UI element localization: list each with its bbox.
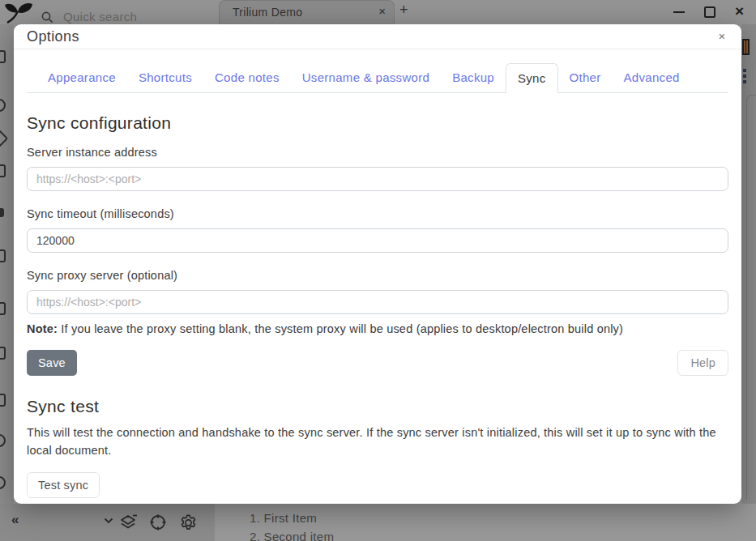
help-button[interactable]: Help bbox=[677, 350, 728, 376]
options-tab-bar: Appearance Shortcuts Code notes Username… bbox=[27, 63, 728, 93]
tab-backup[interactable]: Backup bbox=[441, 63, 506, 92]
sync-options-panel: Sync configuration Server instance addre… bbox=[14, 113, 741, 498]
quick-search-input[interactable]: Quick search bbox=[63, 10, 137, 23]
window-minimize-button[interactable] bbox=[673, 11, 685, 13]
tab-code-notes[interactable]: Code notes bbox=[203, 63, 291, 92]
chevron-down-icon[interactable] bbox=[104, 518, 113, 524]
sync-test-heading: Sync test bbox=[27, 396, 728, 416]
launcher-icon-fragment bbox=[0, 302, 6, 315]
collapse-subtree-icon[interactable] bbox=[119, 513, 139, 531]
note-label: Note: bbox=[27, 322, 58, 335]
sync-timeout-label: Sync timeout (milliseconds) bbox=[27, 207, 728, 221]
launcher-icon-fragment bbox=[0, 50, 6, 63]
right-pane-partial bbox=[741, 24, 756, 504]
proxy-note: Note: If you leave the proxy setting bla… bbox=[27, 322, 728, 336]
tab-advanced[interactable]: Advanced bbox=[613, 63, 691, 92]
trilium-logo-icon bbox=[4, 2, 35, 23]
scroll-to-active-note-icon[interactable] bbox=[149, 513, 167, 531]
app-tab-trilium-demo[interactable]: Trilium Demo × bbox=[219, 0, 395, 24]
window-close-button[interactable]: × bbox=[735, 2, 744, 20]
proxy-server-input[interactable] bbox=[27, 290, 728, 314]
sync-test-description: This will test the connection and handsh… bbox=[27, 424, 728, 459]
list-item: 2. Second item bbox=[250, 527, 334, 541]
launcher-icon-fragment bbox=[0, 208, 4, 217]
collapse-tree-icon[interactable]: « bbox=[11, 512, 19, 528]
sync-config-actions: Save Help bbox=[27, 350, 728, 376]
launcher-sidebar-partial bbox=[0, 24, 14, 504]
app-tab-label: Trilium Demo bbox=[233, 6, 302, 19]
note-content-list: 1. First Item 2. Second item bbox=[250, 509, 334, 541]
sync-timeout-input[interactable] bbox=[27, 228, 728, 253]
launcher-icon-fragment bbox=[0, 434, 6, 447]
launcher-icon-fragment bbox=[0, 347, 6, 360]
detail-panel-border bbox=[746, 95, 756, 500]
save-button[interactable]: Save bbox=[27, 350, 77, 376]
launcher-icon-fragment bbox=[0, 394, 6, 407]
dialog-close-icon[interactable]: × bbox=[715, 30, 728, 43]
list-item: 1. First Item bbox=[250, 509, 334, 527]
proxy-server-label: Sync proxy server (optional) bbox=[27, 269, 728, 283]
test-sync-button[interactable]: Test sync bbox=[27, 472, 100, 498]
launcher-icon-fragment bbox=[0, 476, 6, 489]
options-dialog-header: Options × bbox=[14, 24, 741, 49]
options-dialog: Options × Appearance Shortcuts Code note… bbox=[14, 24, 741, 504]
server-address-label: Server instance address bbox=[27, 146, 728, 160]
window-maximize-button[interactable] bbox=[704, 6, 715, 18]
tab-username-password[interactable]: Username & password bbox=[291, 63, 441, 92]
background-bottom: « 1. First Item 2. Second item bbox=[0, 504, 756, 541]
launcher-icon-fragment bbox=[0, 130, 8, 148]
note-text: If you leave the proxy setting blank, th… bbox=[58, 322, 623, 335]
launcher-icon-fragment bbox=[0, 249, 6, 262]
dialog-title: Options bbox=[27, 28, 79, 45]
vertical-ellipsis-icon bbox=[743, 69, 746, 87]
launcher-icon-fragment bbox=[0, 99, 6, 112]
launcher-icon-fragment bbox=[0, 164, 6, 177]
tab-shortcuts[interactable]: Shortcuts bbox=[127, 63, 203, 92]
settings-gear-icon[interactable] bbox=[179, 513, 198, 532]
new-tab-button[interactable]: + bbox=[399, 2, 408, 19]
tab-other[interactable]: Other bbox=[558, 63, 613, 92]
tab-sync[interactable]: Sync bbox=[506, 63, 558, 93]
tab-close-icon[interactable]: × bbox=[378, 4, 386, 18]
window-titlebar: Quick search Trilium Demo × + × bbox=[0, 0, 756, 24]
sync-configuration-heading: Sync configuration bbox=[27, 113, 728, 133]
note-tree-pane-bottom: « bbox=[0, 504, 215, 541]
bookmark-icon bbox=[742, 39, 750, 55]
tab-appearance[interactable]: Appearance bbox=[36, 63, 127, 92]
server-address-input[interactable] bbox=[27, 167, 728, 191]
search-icon bbox=[41, 11, 53, 23]
